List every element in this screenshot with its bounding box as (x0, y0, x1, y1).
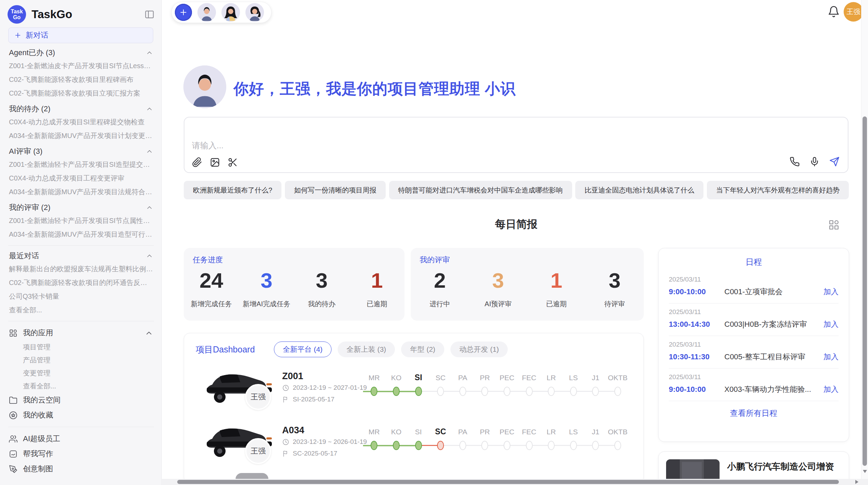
task-item[interactable]: A034-全新新能源MUV产品开发项目计划变更表编写 (9, 129, 153, 142)
task-item[interactable]: A034-全新新能源MUV产品开发项目法规符合性评审 (9, 185, 153, 199)
view-all-schedule-link[interactable]: 查看所有日程 (669, 401, 839, 425)
scroll-right-arrow-icon[interactable] (855, 480, 858, 484)
member-avatar-3[interactable] (245, 3, 264, 22)
add-member-button[interactable] (175, 4, 192, 21)
team-pill (171, 2, 272, 23)
milestone-dot[interactable] (592, 441, 599, 450)
dashboard-tab[interactable]: 全新上装 (3) (338, 341, 395, 357)
horizontal-scrollbar-thumb[interactable] (177, 480, 839, 484)
project-row[interactable]: 王强 Z001 2023-12-19 ~ 2027-01-19 SI-2025-… (184, 363, 643, 417)
collapse-sidebar-icon[interactable] (144, 9, 155, 20)
milestone-dot[interactable] (415, 387, 422, 396)
sidebar-sections: Agent已办 (3)Z001-全新燃油皮卡产品开发项目SI节点Lesson L… (0, 47, 161, 476)
suggestion-chip[interactable]: 欧洲新规最近颁布了什么? (184, 181, 281, 199)
milestone-dot[interactable] (481, 441, 488, 450)
join-button[interactable]: 加入 (823, 384, 839, 395)
chevron-up-icon[interactable] (146, 148, 153, 155)
task-item[interactable]: C02-飞腾新能源轻客改款项目立项汇报方案 (9, 86, 153, 100)
app-item[interactable]: 变更管理 (9, 366, 153, 380)
milestone-dot[interactable] (548, 441, 555, 450)
send-icon[interactable] (829, 157, 840, 167)
message-composer[interactable]: 请输入... (184, 117, 848, 173)
milestone-dot[interactable] (526, 441, 533, 450)
suggestion-chip[interactable]: 当下年轻人对汽车外观有怎样的喜好趋势 (707, 181, 849, 199)
suggestion-chip[interactable]: 特朗普可能对进口汽车增税会对中国车企造成哪些影响 (389, 181, 572, 199)
chevron-up-icon[interactable] (146, 49, 153, 57)
task-item[interactable]: Z001-全新燃油皮卡产品开发项目SI节点Lesson Learn报告 (9, 59, 153, 73)
milestone-dot[interactable] (481, 387, 488, 396)
suggestion-chip[interactable]: 如何写一份清晰的项目周报 (285, 181, 386, 199)
chevron-up-icon[interactable] (146, 252, 153, 260)
recent-conversation-item[interactable]: 公司Q3轻卡销量 (9, 289, 153, 303)
project-row[interactable]: 王强 A034 2023-12-19 ~ 2026-01-19 SC-2025-… (184, 417, 643, 471)
join-button[interactable]: 加入 (823, 352, 839, 362)
phone-icon[interactable] (789, 157, 800, 167)
task-item[interactable]: A034-全新新能源MUV产品开发项目造型可行性评审 (9, 227, 153, 241)
milestone-dot[interactable] (371, 441, 377, 450)
chevron-up-icon[interactable] (145, 329, 153, 337)
member-avatar-1[interactable] (197, 3, 216, 22)
sidebar-item-ai-staff[interactable]: AI超级员工 (9, 431, 153, 446)
app-item[interactable]: 项目管理 (9, 340, 153, 353)
new-chat-button[interactable]: 新对话 (8, 27, 153, 43)
dashboard-tab[interactable]: 动总开发 (1) (450, 341, 508, 357)
milestone-dot[interactable] (459, 387, 466, 396)
milestone-dot[interactable] (526, 387, 533, 396)
user-avatar[interactable]: 王强 (844, 2, 863, 22)
dashboard-tab[interactable]: 年型 (2) (401, 341, 444, 357)
app-item[interactable]: 产品管理 (9, 353, 153, 366)
recent-conversation-item[interactable]: C02-飞腾新能源轻客改款项目的闭环通告反馈情况 (9, 276, 153, 289)
section-header[interactable]: Agent已办 (3) (9, 47, 153, 59)
scroll-down-arrow-icon[interactable] (863, 470, 867, 473)
sidebar-item-cloud[interactable]: 我的云空间 (9, 393, 153, 408)
image-icon[interactable] (210, 157, 220, 167)
task-item[interactable]: C02-飞腾新能源轻客改款项目里程碑画布 (9, 73, 153, 86)
milestone-dot[interactable] (393, 387, 400, 396)
section-header[interactable]: 最近对话 (9, 250, 153, 262)
milestone-dot[interactable] (570, 441, 577, 450)
layout-grid-icon[interactable] (828, 219, 840, 231)
milestone-dot[interactable] (437, 441, 444, 450)
milestone-dot[interactable] (393, 441, 400, 450)
chevron-up-icon[interactable] (146, 204, 153, 211)
view-all-apps-link[interactable]: 查看全部... (9, 380, 153, 393)
section-header[interactable]: 我的评审 (2) (9, 201, 153, 214)
dashboard-tab[interactable]: 全新平台 (4) (274, 341, 331, 357)
join-button[interactable]: 加入 (823, 287, 839, 297)
suggestion-chip[interactable]: 比亚迪全固态电池计划具体说了什么 (575, 181, 703, 199)
sidebar-item-help-write[interactable]: 帮我写作 (9, 446, 153, 461)
milestone-dot[interactable] (371, 387, 377, 396)
milestone-dot[interactable] (570, 387, 577, 396)
project-code: A034 (282, 425, 304, 436)
sidebar-item-creative-draw[interactable]: 创意制图 (9, 461, 153, 476)
milestone-dot[interactable] (504, 441, 510, 450)
recent-conversation-item[interactable]: 解释最新出台的欧盟报废车法规再生塑料比例被调至15%... (9, 262, 153, 276)
milestone-dot[interactable] (437, 387, 444, 396)
bell-icon[interactable] (828, 5, 840, 18)
sidebar-item-favorites[interactable]: 我的收藏 (9, 408, 153, 423)
milestone-dot[interactable] (504, 387, 510, 396)
view-all-conversations-link[interactable]: 查看全部... (9, 303, 153, 317)
task-item[interactable]: C0X4-动力总成开发项目SI里程碑提交物检查 (9, 115, 153, 129)
join-button[interactable]: 加入 (823, 319, 839, 329)
task-item[interactable]: Z001-全新燃油轻卡产品开发项目SI节点属性5D文件评审 (9, 214, 153, 227)
mic-icon[interactable] (809, 157, 820, 167)
horizontal-scrollbar[interactable] (162, 479, 861, 485)
paperclip-icon[interactable] (192, 157, 202, 167)
member-avatar-2[interactable] (221, 3, 240, 22)
milestone-dot[interactable] (548, 387, 555, 396)
section-header[interactable]: AI评审 (3) (9, 145, 153, 158)
vertical-scrollbar[interactable] (861, 0, 868, 479)
vertical-scrollbar-thumb[interactable] (863, 116, 867, 466)
milestone-dot[interactable] (614, 387, 621, 396)
task-item[interactable]: Z001-全新燃油轻卡产品开发项目SI造型提交物评审 (9, 158, 153, 171)
milestone-dot[interactable] (415, 441, 422, 450)
milestone-dot[interactable] (592, 387, 599, 396)
milestone-dot[interactable] (459, 441, 466, 450)
chevron-up-icon[interactable] (146, 105, 153, 113)
task-item[interactable]: C0X4-动力总成开发项目工程变更评审 (9, 171, 153, 185)
scissors-icon[interactable] (228, 157, 238, 167)
sidebar-item-my-apps[interactable]: 我的应用 (9, 325, 153, 340)
milestone-dot[interactable] (614, 441, 621, 450)
section-header[interactable]: 我的待办 (2) (9, 103, 153, 115)
